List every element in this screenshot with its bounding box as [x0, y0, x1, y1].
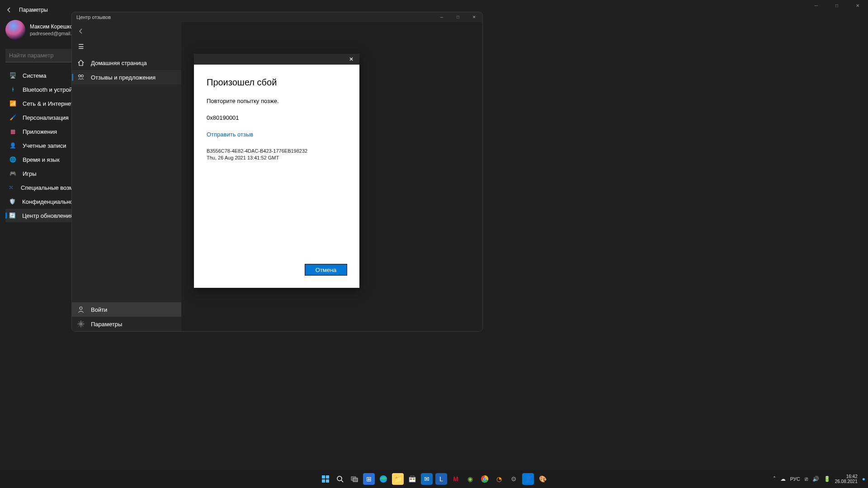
dialog-title: Произошел сбой: [207, 77, 347, 88]
nav-label: Персонализация: [23, 114, 69, 121]
fh-back-button[interactable]: [72, 22, 90, 40]
close-button[interactable]: ✕: [847, 1, 868, 10]
window-controls: ─ □ ✕: [806, 1, 868, 10]
settings-title: Параметры: [19, 7, 48, 13]
settings-taskbar-icon[interactable]: ⚙: [508, 473, 519, 485]
clock[interactable]: 16:42 26.08.2021: [835, 474, 858, 484]
nav-icon: ᚼ: [9, 86, 16, 93]
svg-point-8: [337, 476, 342, 481]
nav-label: Система: [23, 72, 46, 79]
edge-icon[interactable]: [377, 473, 389, 485]
feedback-hub-title: Центр отзывов: [72, 12, 482, 22]
battery-icon[interactable]: 🔋: [824, 476, 830, 482]
nav-icon: 🎮: [9, 170, 16, 177]
chrome-icon[interactable]: [479, 473, 491, 485]
paint-icon[interactable]: 🎨: [537, 473, 548, 485]
svg-rect-6: [322, 479, 325, 483]
app-orange-icon[interactable]: ◔: [493, 473, 505, 485]
feedback-icon: [77, 74, 85, 81]
svg-rect-16: [413, 479, 415, 480]
task-center: ⊞ 📁 ✉ L M ◉ ◔ ⚙ 👤 🎨: [320, 473, 548, 485]
fh-minimize-button[interactable]: ─: [434, 12, 450, 22]
chevron-up-icon[interactable]: ˄: [773, 476, 776, 482]
svg-point-1: [81, 75, 84, 77]
home-icon: [77, 59, 85, 66]
widgets-icon[interactable]: ⊞: [363, 473, 375, 485]
nav-label: Время и язык: [23, 156, 60, 163]
explorer-icon[interactable]: 📁: [392, 473, 404, 485]
notifications-icon[interactable]: ●: [862, 476, 865, 482]
send-feedback-link[interactable]: Отправить отзыв: [207, 131, 347, 138]
app-l-icon[interactable]: L: [435, 473, 447, 485]
maximize-button[interactable]: □: [826, 1, 847, 10]
fh-close-button[interactable]: ✕: [466, 12, 482, 22]
system-tray: ˄ ☁ РУС ⎚ 🔊 🔋 16:42 26.08.2021 ●: [773, 474, 865, 484]
svg-rect-11: [353, 478, 358, 482]
mail-icon[interactable]: ✉: [421, 473, 433, 485]
fh-bottom-label: Параметры: [91, 321, 122, 328]
dialog-guid: B3556C78-4E82-4DAC-B423-1776EB198232: [207, 148, 347, 155]
feedback-taskbar-icon[interactable]: 👤: [522, 473, 534, 485]
search-icon[interactable]: [334, 473, 346, 485]
task-view-icon[interactable]: [349, 473, 360, 485]
fh-window-controls: ─ □ ✕: [434, 12, 482, 22]
error-dialog: ✕ Произошел сбой Повторите попытку позже…: [194, 54, 359, 288]
hamburger-button[interactable]: ☰: [72, 40, 90, 53]
minimize-button[interactable]: ─: [806, 1, 826, 10]
fh-nav-item[interactable]: Домашняя страница: [72, 56, 181, 70]
nav-icon: 🔄: [9, 212, 16, 219]
person-icon: [77, 306, 85, 313]
nav-label: Приложения: [23, 128, 57, 135]
gear-icon: [77, 320, 85, 328]
nav-label: Игры: [23, 170, 37, 177]
dialog-timestamp: Thu, 26 Aug 2021 13:41:52 GMT: [207, 155, 347, 161]
svg-rect-4: [322, 475, 325, 479]
dialog-titlebar: ✕: [194, 54, 359, 65]
onedrive-icon[interactable]: ☁: [780, 476, 786, 482]
svg-point-20: [484, 478, 486, 480]
fh-bottom-item[interactable]: Войти: [72, 302, 181, 317]
nav-icon: 👤: [9, 142, 16, 149]
fh-nav-label: Отзывы и предложения: [91, 74, 156, 81]
fh-bottom-item[interactable]: Параметры: [72, 317, 181, 331]
start-button[interactable]: [320, 473, 331, 485]
volume-icon[interactable]: 🔊: [812, 476, 819, 482]
nav-label: Учетные записи: [23, 142, 66, 149]
nav-icon: 🌐: [9, 156, 16, 163]
fh-nav-item[interactable]: Отзывы и предложения: [72, 70, 181, 84]
nav-icon: 📶: [9, 100, 16, 107]
avatar: [5, 20, 25, 40]
svg-rect-5: [326, 475, 329, 479]
fh-sidebar: ☰ Домашняя страницаОтзывы и предложения …: [72, 22, 181, 331]
mcafee-icon[interactable]: M: [450, 473, 462, 485]
nav-label: Сеть & и Интернет: [23, 100, 73, 107]
fh-bottom-label: Войти: [91, 306, 107, 313]
nav-icon: 🛡️: [9, 198, 16, 205]
nav-icon: 🖌️: [9, 114, 16, 121]
nav-icon: ▦: [9, 128, 16, 135]
dialog-message: Повторите попытку позже.: [207, 98, 347, 104]
svg-point-0: [79, 75, 81, 77]
svg-rect-7: [326, 479, 329, 483]
store-icon[interactable]: [406, 473, 418, 485]
input-lang[interactable]: РУС: [790, 476, 800, 482]
svg-rect-15: [410, 479, 412, 480]
dialog-error-code: 0x80190001: [207, 114, 347, 121]
svg-point-3: [80, 323, 82, 325]
nav-icon: ⛌: [9, 184, 14, 191]
fh-maximize-button[interactable]: □: [450, 12, 466, 22]
profile-block[interactable]: Максим Корешков padreseed@gmail.com: [5, 20, 81, 40]
nav-icon: 🖥️: [9, 72, 16, 79]
cancel-button[interactable]: Отмена: [305, 264, 347, 275]
svg-point-2: [80, 307, 82, 310]
dialog-close-button[interactable]: ✕: [345, 55, 358, 64]
svg-line-9: [341, 480, 343, 482]
fh-nav-label: Домашняя страница: [91, 60, 147, 66]
back-button[interactable]: [5, 5, 14, 14]
cast-icon[interactable]: ⎚: [805, 476, 808, 482]
taskbar: ⊞ 📁 ✉ L M ◉ ◔ ⚙ 👤 🎨 ˄ ☁ РУС ⎚ 🔊 🔋 16:42 …: [0, 470, 868, 488]
app-green-icon[interactable]: ◉: [464, 473, 476, 485]
